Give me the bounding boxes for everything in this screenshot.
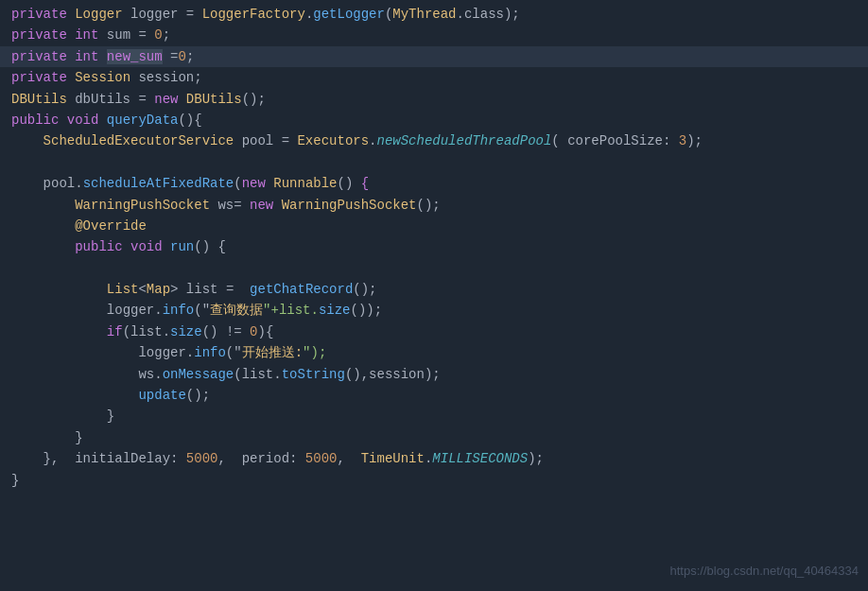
code-line: }: [0, 470, 868, 491]
watermark: https://blog.csdn.net/qq_40464334: [670, 562, 859, 582]
code-container: private Logger logger = LoggerFactory.ge…: [0, 0, 868, 591]
code-line: @Override: [0, 216, 868, 236]
code-line: }, initialDelay: 5000, period: 5000, Tim…: [0, 448, 868, 469]
code-line: logger.info("开始推送:");: [0, 342, 868, 363]
code-line: private int sum = 0;: [0, 25, 868, 45]
code-line: ws.onMessage(list.toString(),session);: [0, 364, 868, 385]
code-line: public void queryData(){: [0, 110, 868, 130]
code-line: }: [0, 406, 868, 426]
code-line: private int new_sum =0;: [0, 46, 868, 67]
code-line: logger.info("查询数据"+list.size());: [0, 300, 868, 321]
code-line: [0, 258, 868, 279]
code-line: List<Map> list = getChatRecord();: [0, 279, 868, 300]
code-line: private Session session;: [0, 67, 868, 88]
code-line: [0, 152, 868, 173]
code-line: DBUtils dbUtils = new DBUtils();: [0, 89, 868, 110]
code-line: WarningPushSocket ws= new WarningPushSoc…: [0, 195, 868, 216]
code-line: update();: [0, 385, 868, 406]
code-line: pool.scheduleAtFixedRate(new Runnable() …: [0, 173, 868, 194]
code-line: private Logger logger = LoggerFactory.ge…: [0, 4, 868, 25]
code-line: ScheduledExecutorService pool = Executor…: [0, 130, 868, 151]
code-line: if(list.size() != 0){: [0, 322, 868, 342]
code-line: }: [0, 427, 868, 448]
code-line: public void run() {: [0, 236, 868, 257]
